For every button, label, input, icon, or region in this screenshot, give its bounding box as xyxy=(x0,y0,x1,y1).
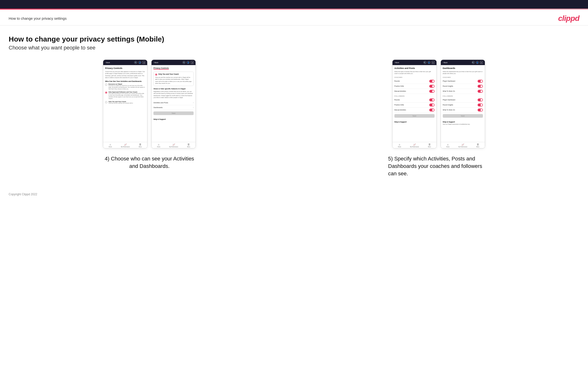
toggle-rounds-followers: Rounds xyxy=(394,98,435,103)
menu-icon-3: ☰ xyxy=(429,143,431,146)
coaches-label-3: COACHES xyxy=(394,77,435,78)
tooltip-radio[interactable] xyxy=(155,74,157,76)
nav-home-3[interactable]: ⌂ Home xyxy=(398,143,401,148)
nav-bar-3: ⌂ Home 📈 My Performance ☰ Menu xyxy=(392,142,436,148)
mockups-row: ‹ Back 🔍 👤 ⚙ Privacy Controls Control ho… xyxy=(9,59,579,177)
header: How to change your privacy settings clip… xyxy=(0,10,588,25)
phone-content-2: Privacy Controls Only You and Your Coach… xyxy=(152,65,196,142)
nav-menu-1[interactable]: ☰ Menu xyxy=(139,143,142,148)
radio-option-only-you[interactable]: Only You and Your Coach Only you and the… xyxy=(105,101,145,104)
page-heading: How to change your privacy settings (Mob… xyxy=(9,35,579,43)
toggle-player-dash-coaches-ctrl[interactable] xyxy=(478,80,483,83)
caption-2: 5) Specify which Activities, Posts and D… xyxy=(388,155,489,177)
arrow-right-2: › xyxy=(193,106,194,108)
search-icon-2[interactable]: 🔍 xyxy=(182,61,185,64)
mockup-group-1: ‹ Back 🔍 👤 ⚙ Privacy Controls Control ho… xyxy=(9,59,290,170)
settings-icon-4[interactable]: ⚙ xyxy=(480,61,483,64)
toggle-player-dash-followers: Player Dashboard xyxy=(443,98,483,103)
nav-menu-2[interactable]: ☰ Menu xyxy=(187,143,190,148)
performance-icon-3: 📈 xyxy=(413,143,416,146)
toggle-round-insights-coaches-ctrl[interactable] xyxy=(478,85,483,88)
help-support-4: Help & Support Visit our Clippd communit… xyxy=(443,120,483,125)
toggle-round-insights-followers-ctrl[interactable] xyxy=(478,103,483,106)
people-icon[interactable]: 👤 xyxy=(138,61,141,64)
nav-menu-3[interactable]: ☰ Menu xyxy=(428,143,431,148)
home-icon: ⌂ xyxy=(110,143,111,146)
phone-mockup-4: ‹ Back 🔍 👤 ⚙ Dashboards Select the dashb… xyxy=(441,59,485,149)
help-support-3: Help & Support xyxy=(394,120,435,123)
radio-approved-text: Only Approved Followers and Your Coach O… xyxy=(108,91,145,100)
phone-topbar-4: ‹ Back 🔍 👤 ⚙ xyxy=(441,60,485,65)
topbar-icons-3: 🔍 👤 ⚙ xyxy=(424,61,435,64)
radio-option-approved[interactable]: Only Approved Followers and Your Coach O… xyxy=(105,91,145,100)
search-icon-3[interactable]: 🔍 xyxy=(424,61,426,64)
home-icon-2: ⌂ xyxy=(158,143,159,146)
dashboards-body: Select the dashboards that you'd like to… xyxy=(443,71,483,75)
radio-option-everyone[interactable]: Everyone on Clippd Everyone on Clippd ca… xyxy=(105,83,145,90)
toggle-what-to-work-followers: What To Work On xyxy=(443,108,483,113)
page-subheading: Choose what you want people to see xyxy=(9,45,579,51)
toggle-rounds-coaches-ctrl[interactable] xyxy=(429,80,435,83)
logo: clippd xyxy=(558,14,579,23)
menu-icon-2: ☰ xyxy=(188,143,190,146)
nav-performance-2[interactable]: 📈 My Performance xyxy=(169,143,178,148)
back-btn-4[interactable]: ‹ Back xyxy=(443,62,448,63)
privacy-controls-tab[interactable]: Privacy Controls xyxy=(153,67,169,69)
phone-mockup-1: ‹ Back 🔍 👤 ⚙ Privacy Controls Control ho… xyxy=(103,59,147,149)
search-icon[interactable]: 🔍 xyxy=(134,61,137,64)
back-btn-1[interactable]: ‹ Back xyxy=(105,62,110,63)
main-content: How to change your privacy settings (Mob… xyxy=(0,25,588,187)
toggle-practice-coaches-ctrl[interactable] xyxy=(429,85,435,88)
top-bar xyxy=(0,0,588,9)
nav-performance-4[interactable]: 📈 My Performance xyxy=(458,143,467,148)
nav-performance-3[interactable]: 📈 My Performance xyxy=(410,143,419,148)
people-icon-2[interactable]: 👤 xyxy=(187,61,190,64)
footer: Copyright Clippd 2022 xyxy=(0,187,588,202)
who-can-see-label: Who Can See Your Activities and Dashboar… xyxy=(105,80,145,82)
save-btn-4[interactable]: Save xyxy=(443,114,483,118)
phone-topbar-3: ‹ Back 🔍 👤 ⚙ xyxy=(392,60,436,65)
back-btn-2[interactable]: ‹ Back xyxy=(153,62,158,63)
show-hide-title: Show or hide specific features in Clippd xyxy=(153,88,194,90)
people-icon-4[interactable]: 👤 xyxy=(476,61,479,64)
toggle-practice-followers-ctrl[interactable] xyxy=(429,103,435,106)
radio-everyone-text: Everyone on Clippd Everyone on Clippd ca… xyxy=(108,83,145,90)
activities-posts-body: Select the types of activity that you'd … xyxy=(394,71,435,75)
activities-posts-row[interactable]: Activities and Posts › xyxy=(153,100,194,105)
toggle-what-to-work-coaches-ctrl[interactable] xyxy=(478,90,483,93)
dashboards-title: Dashboards xyxy=(443,67,483,69)
save-btn-2[interactable]: Save xyxy=(153,111,194,115)
toggle-player-dash-followers-ctrl[interactable] xyxy=(478,99,483,101)
toggle-player-dash-coaches: Player Dashboard xyxy=(443,79,483,84)
toggle-rounds-followers-ctrl[interactable] xyxy=(429,99,435,101)
search-icon-4[interactable]: 🔍 xyxy=(472,61,475,64)
nav-performance-1[interactable]: 📈 My Performance xyxy=(121,143,130,148)
phone-content-4: Dashboards Select the dashboards that yo… xyxy=(441,65,485,142)
back-btn-3[interactable]: ‹ Back xyxy=(394,62,399,63)
toggle-manual-followers-ctrl[interactable] xyxy=(429,108,435,111)
settings-icon-2[interactable]: ⚙ xyxy=(191,61,194,64)
nav-home-1[interactable]: ⌂ Home xyxy=(109,143,112,148)
nav-menu-4[interactable]: ☰ Menu xyxy=(476,143,479,148)
tooltip-radio-row: Only You and Your Coach xyxy=(155,73,192,76)
nav-home-2[interactable]: ⌂ Home xyxy=(157,143,160,148)
toggle-manual-coaches-ctrl[interactable] xyxy=(429,90,435,93)
toggle-what-to-work-followers-ctrl[interactable] xyxy=(478,108,483,111)
save-btn-3[interactable]: Save xyxy=(394,114,435,118)
copyright: Copyright Clippd 2022 xyxy=(9,193,37,196)
toggle-round-insights-coaches: Round Insights xyxy=(443,84,483,89)
nav-bar-4: ⌂ Home 📈 My Performance ☰ Menu xyxy=(441,142,485,148)
settings-icon-3[interactable]: ⚙ xyxy=(432,61,435,64)
radio-only-you[interactable] xyxy=(105,101,107,103)
show-hide-body: Regardless of the privacy controls that … xyxy=(153,91,194,99)
radio-approved[interactable] xyxy=(105,92,107,94)
mockup-group-2: ‹ Back 🔍 👤 ⚙ Activities and Posts Select… xyxy=(298,59,579,177)
radio-everyone[interactable] xyxy=(105,83,107,86)
phone-mockup-3: ‹ Back 🔍 👤 ⚙ Activities and Posts Select… xyxy=(392,59,437,149)
nav-bar-2: ⌂ Home 📈 My Performance ☰ Menu xyxy=(152,142,196,148)
people-icon-3[interactable]: 👤 xyxy=(428,61,431,64)
settings-icon[interactable]: ⚙ xyxy=(142,61,145,64)
followers-label-3: FOLLOWERS xyxy=(394,95,435,97)
nav-home-4[interactable]: ⌂ Home xyxy=(446,143,449,148)
dashboards-row[interactable]: Dashboards › xyxy=(153,105,194,110)
